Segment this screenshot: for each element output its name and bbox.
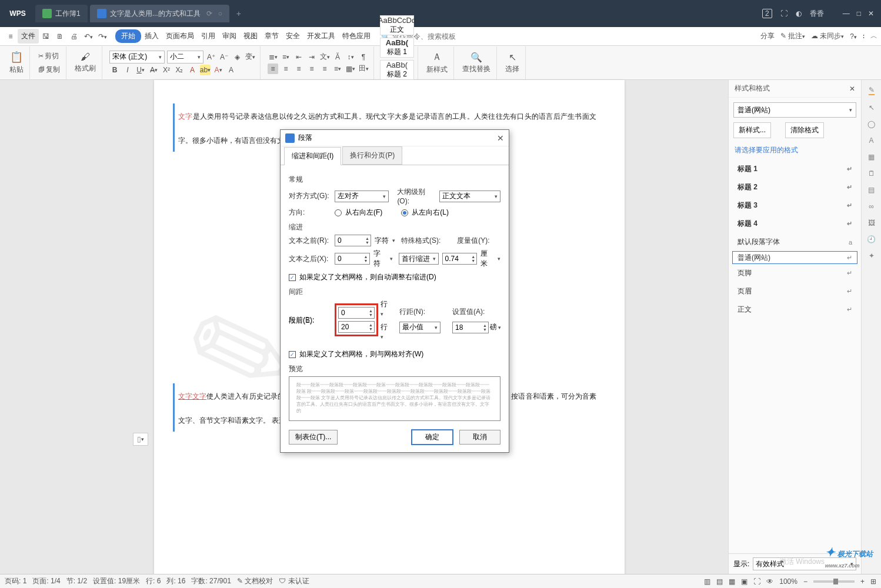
zoom-level[interactable]: 100%	[779, 577, 797, 586]
align-justify-icon[interactable]: ≡	[306, 64, 317, 74]
special-combo[interactable]: 首行缩进▾	[399, 253, 438, 265]
new-style-btn[interactable]: 新样式...	[733, 122, 771, 138]
new-style-button[interactable]: Ａ新样式	[424, 50, 450, 76]
menu-security[interactable]: 安全	[282, 29, 303, 44]
bold-icon[interactable]: B	[109, 65, 120, 75]
cancel-button[interactable]: 取消	[459, 430, 500, 445]
text-direction-icon[interactable]: 文▾	[319, 52, 330, 62]
tabstop-button[interactable]: 制表位(T)...	[289, 430, 338, 445]
tab-line-page-breaks[interactable]: 换行和分页(P)	[342, 146, 402, 165]
view-read-icon[interactable]: ▤	[716, 577, 723, 586]
menu-sync[interactable]: ☁ 未同步▾	[811, 31, 844, 41]
fit-icon[interactable]: ⊞	[870, 577, 876, 586]
redo-icon[interactable]: ↷▾	[95, 32, 109, 41]
status-setvalue[interactable]: 设置值: 19厘米	[93, 576, 140, 586]
link-icon[interactable]: ∞	[869, 202, 874, 211]
tab-close-icon[interactable]: ○	[218, 9, 222, 18]
menu-start[interactable]: 开始	[115, 29, 141, 43]
save-icon[interactable]: 🖫	[39, 32, 53, 41]
paste-button[interactable]: 📋 粘贴	[7, 49, 26, 76]
font-color-icon[interactable]: A▾	[213, 65, 223, 75]
find-replace-button[interactable]: 🔍查找替换	[460, 51, 493, 75]
menu-page-layout[interactable]: 页面布局	[162, 29, 198, 44]
maximize-icon[interactable]: □	[857, 9, 861, 18]
char-shading-icon[interactable]: A	[226, 65, 236, 75]
select-button[interactable]: ↖选择	[503, 51, 522, 75]
zoom-slider[interactable]	[813, 580, 855, 583]
phonetic-icon[interactable]: 变▾	[245, 52, 255, 62]
style-heading1[interactable]: AaBb(标题 1	[380, 38, 414, 58]
status-section[interactable]: 节: 1/2	[66, 576, 87, 586]
style-item-normal-web[interactable]: 普通(网站)↵	[732, 251, 857, 264]
style-item-h2[interactable]: 标题 2↵	[732, 178, 857, 196]
dialog-close-icon[interactable]: ✕	[497, 133, 504, 143]
shading-icon[interactable]: ▦▾	[345, 64, 356, 74]
line-spacing-icon[interactable]: ↕▾	[345, 52, 356, 62]
status-proof[interactable]: ✎ 文档校对	[237, 576, 273, 586]
gift-icon[interactable]: ⛶	[780, 9, 787, 18]
collapse-ribbon-icon[interactable]: ∶	[863, 32, 865, 41]
view-web-icon[interactable]: ▦	[729, 577, 735, 586]
eye-icon[interactable]: 👁	[766, 577, 773, 586]
zoom-out-icon[interactable]: −	[803, 577, 807, 586]
grid-indent-checkbox[interactable]: ✓如果定义了文档网格，则自动调整右缩进(D)	[289, 272, 500, 282]
italic-icon[interactable]: I	[122, 65, 133, 75]
clear-format-btn[interactable]: 清除格式	[785, 122, 824, 138]
shape-icon[interactable]: ◯	[867, 120, 875, 128]
borders-icon[interactable]: 田▾	[358, 64, 369, 74]
print-preview-icon[interactable]: 🗎	[53, 32, 67, 41]
style-item-body[interactable]: 正文↵	[732, 300, 857, 319]
pane-close-icon[interactable]: ✕	[849, 85, 855, 93]
subscript-icon[interactable]: X₂	[174, 65, 185, 75]
status-words[interactable]: 字数: 27/901	[191, 576, 231, 586]
menu-file[interactable]: 文件	[18, 29, 39, 44]
style-item-h4[interactable]: 标题 4↵	[732, 215, 857, 233]
grid-align-checkbox[interactable]: ✓如果定义了文档网格，则与网格对齐(W)	[289, 349, 500, 359]
view-fullscreen-icon[interactable]: ⛶	[753, 577, 760, 586]
align-combo[interactable]: 左对齐▾	[335, 191, 389, 202]
tab-indent-spacing[interactable]: 缩进和间距(I)	[284, 147, 341, 165]
text-icon[interactable]: A	[869, 136, 873, 145]
chevron-up-icon[interactable]: ︿	[870, 31, 877, 41]
align-distribute-icon[interactable]: ≡	[319, 64, 330, 74]
outline-combo[interactable]: 正文文本▾	[439, 191, 500, 202]
align-left-icon[interactable]: ≡	[268, 64, 278, 74]
zoom-in-icon[interactable]: +	[860, 577, 865, 586]
menu-references[interactable]: 引用	[198, 29, 219, 44]
menu-chapter[interactable]: 章节	[261, 29, 282, 44]
image-icon[interactable]: 🖼	[868, 219, 875, 227]
user-avatar-icon[interactable]: ◐	[796, 9, 802, 18]
style-item-h1[interactable]: 标题 1↵	[732, 160, 857, 178]
before-text-spinner[interactable]: 0▲▼	[335, 235, 371, 246]
current-style-select[interactable]: 普通(网站)▾	[733, 102, 856, 118]
menu-view[interactable]: 视图	[240, 29, 261, 44]
sort-icon[interactable]: Ă	[332, 52, 343, 62]
increase-font-icon[interactable]: A⁺	[206, 52, 216, 62]
note-icon[interactable]: 🗒	[868, 169, 875, 178]
badge-icon[interactable]: 2	[762, 9, 772, 18]
align-center-icon[interactable]: ≡	[281, 64, 291, 74]
decrease-indent-icon[interactable]: ⇤	[293, 52, 304, 62]
underline-icon[interactable]: U▾	[135, 65, 146, 75]
increase-indent-icon[interactable]: ⇥	[306, 52, 317, 62]
menu-comment[interactable]: ✎ 批注▾	[780, 31, 805, 41]
section-marker[interactable]: ▯▾	[133, 433, 148, 446]
status-page-no[interactable]: 页码: 1	[5, 576, 26, 586]
layers-icon[interactable]: ▤	[868, 186, 875, 194]
style-item-default-font[interactable]: 默认段落字体a	[732, 233, 857, 251]
view-outline-icon[interactable]: ▣	[741, 577, 747, 586]
copy-button[interactable]: 🗐 复制	[36, 64, 62, 76]
cut-button[interactable]: ✂ 剪切	[36, 50, 62, 62]
style-heading2[interactable]: AaBb(标题 2	[380, 60, 414, 80]
tab-workbook[interactable]: 工作簿1	[35, 5, 88, 22]
style-normal[interactable]: AaBbCcDd正文	[380, 15, 414, 35]
menu-insert[interactable]: 插入	[141, 29, 162, 44]
ok-button[interactable]: 确定	[411, 429, 453, 445]
after-para-spinner[interactable]: 20▲▼	[338, 321, 375, 333]
cursor-icon[interactable]: ↖	[869, 103, 875, 112]
strike-icon[interactable]: A̶▾	[148, 65, 159, 75]
view-print-icon[interactable]: ▥	[704, 577, 710, 586]
format-painter-button[interactable]: 🖌格式刷	[72, 51, 98, 75]
close-icon[interactable]: ✕	[868, 9, 874, 18]
new-tab-button[interactable]: +	[232, 9, 246, 18]
